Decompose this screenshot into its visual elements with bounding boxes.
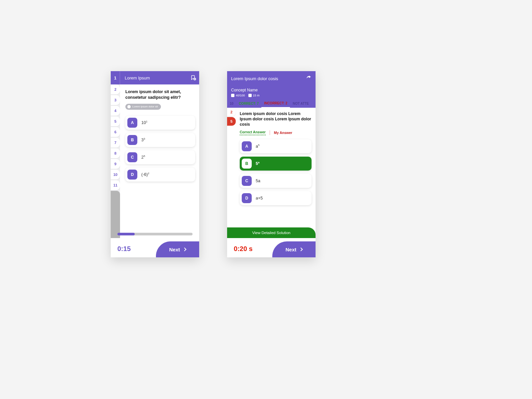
question-tab-9[interactable]: 9 [111,159,120,169]
question-tab-3[interactable]: 3 [111,95,120,105]
clock-icon [248,94,252,97]
next-label: Next [169,247,180,252]
tab-separator [270,130,270,135]
review-header: Lorem Ipsum dolor cosis Concept Name 40/… [227,71,316,108]
option-b[interactable]: B33 [125,133,195,147]
view-solution-button[interactable]: View Detailed Solution [227,227,316,238]
option-d[interactable]: D(-6)2 [125,168,195,182]
score-icon [231,94,234,97]
timer: 0:15 [117,245,131,253]
option-letter: A [242,141,252,151]
option-a: Aa5 [240,139,312,153]
option-letter: C [242,176,252,186]
option-letter: A [127,118,137,128]
option-value: 5a [256,179,260,183]
progress-bar [117,233,193,235]
question-tab-4[interactable]: 4 [111,106,120,116]
question-number-tabs: 234567891011 [111,84,120,238]
share-icon[interactable] [306,75,312,82]
option-letter: B [242,159,252,169]
review-screen: Lorem Ipsum dolor cosis Concept Name 40/… [227,71,316,257]
bookmark-add-icon[interactable] [188,71,199,84]
quiz-content: Lorem ipsum dolor sit amet, consetetur s… [120,84,199,238]
review-options-list: Aa5B5aC5aDa+5 [240,139,312,205]
option-letter: B [127,135,137,145]
hint-label: Lorem ipsum dolor sit [132,105,158,108]
stats-tab-incorrect[interactable]: INCORRECT: 2 [261,99,290,108]
stats-tab-correct[interactable]: CORRECT: 7 [236,99,261,108]
option-b: B5a [240,157,312,171]
incorrect-tab-2[interactable]: 2 [227,108,236,116]
tabs-scroll-area[interactable] [111,191,120,238]
stats-tab-not-attempted[interactable]: NOT ATTE [290,99,312,108]
quiz-header: 1 Lorem Ipsum [111,71,199,84]
duration-value: 15 m [253,94,260,97]
incorrect-tab-5[interactable]: 5 [227,117,236,126]
question-tab-5[interactable]: 5 [111,116,120,126]
question-tab-2[interactable]: 2 [111,84,120,94]
option-value: 33 [141,137,145,142]
chevron-right-icon [183,247,187,251]
option-letter: C [127,152,137,162]
answer-tabs: Correct Answer My Answer [240,130,312,135]
option-value: a5 [256,144,259,149]
tab-my-answer[interactable]: My Answer [274,131,292,135]
option-value: a+5 [256,196,263,200]
review-question-text: Lorem ipsum dolor cosis Lorem Ipsum dolo… [240,111,312,127]
question-text: Lorem ipsum dolor sit amet, consetetur s… [125,89,195,100]
quiz-screen: 1 Lorem Ipsum 234567891011 Lorem ipsum d… [111,71,199,257]
next-button[interactable]: Next [156,241,199,257]
option-c: C5a [240,174,312,188]
options-list: A101B33C25D(-6)2 [125,116,195,182]
duration-meta: 15 m [248,94,260,97]
review-footer: 0:20 s Next [227,238,316,257]
option-value: 5a [256,161,259,166]
lightbulb-icon [127,105,131,108]
review-title: Lorem Ipsum dolor cosis [231,76,278,81]
meta-row: 40/100 15 m [231,94,312,97]
quiz-body: 234567891011 Lorem ipsum dolor sit amet,… [111,84,199,238]
current-question-number: 1 [111,71,120,84]
option-letter: D [242,193,252,203]
review-body: 25 Lorem ipsum dolor cosis Lorem Ipsum d… [227,108,316,238]
view-solution-label: View Detailed Solution [252,231,291,235]
question-tab-10[interactable]: 10 [111,170,120,180]
score-meta: 40/100 [231,94,245,97]
incorrect-question-tabs: 25 [227,108,236,238]
option-value: 25 [141,155,145,160]
option-d: Da+5 [240,191,312,205]
option-a[interactable]: A101 [125,116,195,130]
option-c[interactable]: C25 [125,150,195,164]
quiz-footer: 0:15 Next [111,238,199,257]
question-tab-6[interactable]: 6 [111,127,120,137]
score-value: 40/100 [236,94,245,97]
tab-correct-answer[interactable]: Correct Answer [240,130,266,135]
hint-chip[interactable]: Lorem ipsum dolor sit [125,104,161,110]
review-content: Lorem ipsum dolor cosis Lorem Ipsum dolo… [236,108,316,238]
stats-tabs: 10 CORRECT: 7 INCORRECT: 2 NOT ATTE [227,99,316,108]
concept-name: Concept Name [231,88,312,92]
stats-tab-partial[interactable]: 10 [227,99,236,108]
option-value: 101 [141,120,147,125]
option-letter: D [127,170,137,180]
review-next-label: Next [286,247,297,252]
progress-fill [117,233,135,235]
question-tab-7[interactable]: 7 [111,138,120,148]
option-value: (-6)2 [141,172,149,177]
question-tab-11[interactable]: 11 [111,180,120,190]
quiz-title: Lorem Ipsum [120,75,188,80]
chevron-right-icon [299,247,303,251]
question-tab-8[interactable]: 8 [111,148,120,158]
review-next-button[interactable]: Next [272,241,316,257]
review-timer: 0:20 s [234,245,253,253]
